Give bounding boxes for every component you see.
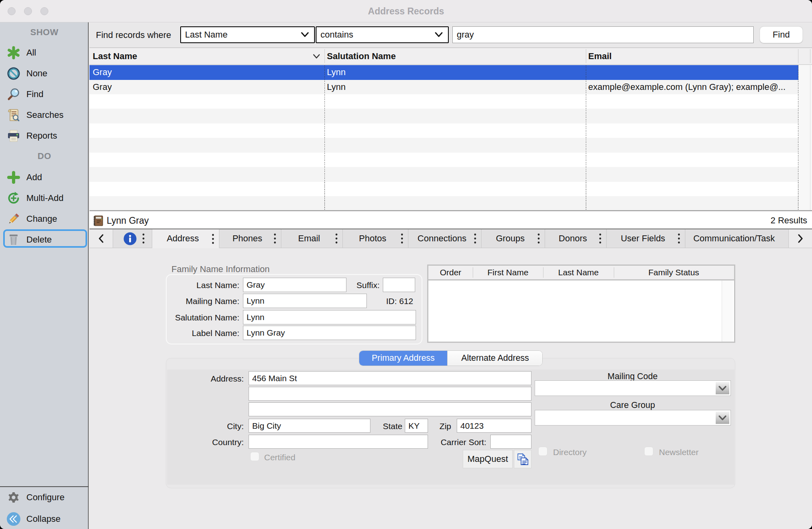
sidebar: SHOW All None: [0, 22, 89, 529]
address-line1-field[interactable]: [249, 371, 531, 385]
tab-menu-dots[interactable]: [335, 233, 338, 244]
sidebar-item-change[interactable]: Change: [0, 210, 89, 228]
members-column-family-status[interactable]: Family Status: [614, 266, 734, 279]
find-operator-dropdown[interactable]: contains: [316, 26, 449, 43]
address-panel-inner: Address: City: State Zip Country: Carrie…: [167, 370, 734, 485]
tab-communication-task[interactable]: Communication/Task: [685, 229, 789, 248]
sidebar-item-configure[interactable]: Configure: [0, 489, 89, 506]
tab-info[interactable]: [113, 229, 152, 248]
primary-address-segment[interactable]: Primary Address: [359, 351, 447, 366]
city-field[interactable]: [249, 419, 370, 433]
zip-label: Zip: [419, 422, 451, 431]
tab-menu-dots[interactable]: [212, 233, 214, 245]
tab-content-address: Family Name Information Last Name: Suffi…: [90, 248, 812, 528]
find-button[interactable]: Find: [760, 26, 803, 43]
table-row[interactable]: Gray Lynn example@example.com (Lynn Gray…: [90, 80, 798, 95]
cell-last-name: Gray: [93, 65, 322, 80]
suffix-field[interactable]: [383, 278, 415, 292]
members-scrollbar-track[interactable]: [722, 280, 733, 342]
address-segmented-control: Primary Address Alternate Address: [359, 350, 543, 366]
tab-connections[interactable]: Connections: [408, 229, 482, 248]
members-column-order[interactable]: Order: [428, 266, 473, 279]
results-table-header: Last Name Salutation Name Email: [90, 48, 812, 65]
mailing-name-field[interactable]: [243, 294, 367, 308]
alternate-address-segment[interactable]: Alternate Address: [447, 351, 543, 366]
tab-menu-dots[interactable]: [142, 233, 145, 244]
results-column-salutation[interactable]: Salutation Name: [327, 48, 396, 65]
tab-label: Groups: [482, 229, 539, 248]
find-query-input[interactable]: [452, 26, 754, 43]
sidebar-item-reports[interactable]: Reports: [0, 127, 89, 145]
sidebar-item-find[interactable]: Find: [0, 86, 89, 103]
care-group-dropdown[interactable]: [535, 410, 731, 426]
table-row[interactable]: Gray Lynn: [90, 65, 798, 80]
gear-icon: [6, 490, 21, 505]
chevron-down-icon: [434, 32, 443, 38]
sidebar-item-add[interactable]: Add: [0, 169, 89, 186]
tab-menu-dots[interactable]: [678, 233, 680, 244]
tab-groups[interactable]: Groups: [482, 229, 545, 248]
app-window: Address Records SHOW All: [0, 0, 812, 529]
tab-menu-dots[interactable]: [474, 233, 476, 244]
address-label: Address:: [167, 374, 244, 384]
members-column-last-name[interactable]: Last Name: [543, 266, 614, 279]
sidebar-item-label: Add: [26, 172, 42, 183]
tab-user-fields[interactable]: User Fields: [607, 229, 685, 248]
zip-field[interactable]: [457, 419, 531, 433]
last-name-field[interactable]: [243, 278, 346, 292]
tab-photos[interactable]: Photos: [343, 229, 408, 248]
results-column-email[interactable]: Email: [588, 48, 612, 65]
newsletter-checkbox[interactable]: [644, 447, 653, 456]
tab-label: Photos: [343, 229, 402, 248]
state-label: State: [362, 422, 402, 431]
results-column-last-name[interactable]: Last Name: [93, 48, 137, 65]
sidebar-item-all[interactable]: All: [0, 44, 89, 62]
carrier-sort-label: Carrier Sort:: [426, 438, 486, 447]
sidebar-item-label: Reports: [26, 131, 57, 141]
chevron-down-icon: [715, 411, 730, 424]
find-field-dropdown[interactable]: Last Name: [180, 26, 315, 43]
tab-menu-dots[interactable]: [599, 233, 601, 244]
carrier-sort-field[interactable]: [490, 435, 531, 449]
tab-phones[interactable]: Phones: [219, 229, 281, 248]
none-icon: [6, 66, 21, 81]
sidebar-item-searches[interactable]: Searches: [0, 106, 89, 124]
copy-address-button[interactable]: [514, 450, 531, 468]
certified-checkbox[interactable]: [250, 452, 259, 461]
label-name-field[interactable]: [243, 326, 416, 340]
tab-scroll-left[interactable]: [90, 229, 113, 248]
salutation-name-field[interactable]: [243, 310, 416, 324]
tab-email[interactable]: Email: [281, 229, 343, 248]
family-name-information-title: Family Name Information: [171, 264, 270, 274]
directory-checkbox[interactable]: [538, 447, 547, 456]
tab-donors[interactable]: Donors: [545, 229, 607, 248]
sidebar-item-multi-add[interactable]: Multi-Add: [0, 189, 89, 207]
sidebar-item-collapse[interactable]: Collapse: [0, 510, 89, 528]
tab-address[interactable]: Address: [152, 229, 219, 248]
tab-menu-dots[interactable]: [401, 233, 403, 244]
tab-scroll-right[interactable]: [789, 229, 812, 248]
tab-menu-dots[interactable]: [274, 233, 276, 244]
salutation-name-label: Salutation Name:: [168, 313, 239, 322]
mapquest-button[interactable]: MapQuest: [463, 450, 513, 468]
delete-focus-ring: [3, 229, 87, 248]
search-icon: [6, 87, 21, 101]
chevron-down-icon: [301, 32, 309, 38]
cell-email: example@example.com (Lynn Gray); example…: [588, 80, 806, 95]
sidebar-item-label: Change: [26, 214, 57, 224]
mailing-code-dropdown[interactable]: [535, 380, 731, 396]
sidebar-item-none[interactable]: None: [0, 65, 89, 82]
tab-label: Communication/Task: [685, 229, 783, 248]
tab-menu-dots[interactable]: [537, 233, 540, 244]
label-name-label: Label Name:: [168, 328, 239, 338]
country-field[interactable]: [249, 435, 428, 449]
find-bar: Find records where Last Name contains Fi…: [90, 22, 812, 48]
address-line2-field[interactable]: [249, 387, 531, 401]
sidebar-item-label: Multi-Add: [26, 193, 64, 203]
results-table-body: Gray Lynn Gray Lynn example@example.com …: [90, 65, 812, 211]
sort-chevron-icon[interactable]: [312, 54, 320, 59]
address-line3-field[interactable]: [249, 402, 531, 416]
members-column-first-name[interactable]: First Name: [473, 266, 543, 279]
column-separator-dotted: [798, 65, 798, 210]
sidebar-item-label: Find: [26, 89, 44, 99]
